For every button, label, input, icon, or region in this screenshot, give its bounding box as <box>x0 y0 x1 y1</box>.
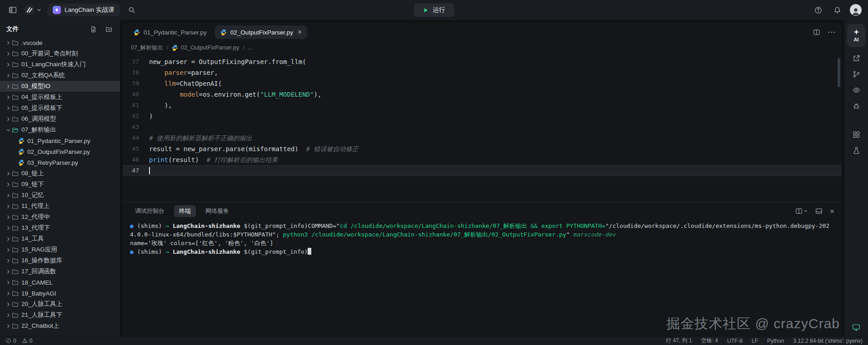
ai-assistant-button[interactable]: AI <box>847 24 865 47</box>
breadcrumb-item[interactable]: ... <box>248 44 253 51</box>
tree-folder-19_BabyAGI[interactable]: 19_BabyAGI <box>0 288 120 299</box>
avatar[interactable] <box>850 4 862 16</box>
panel-tab-调试控制台[interactable]: 调试控制台 <box>130 205 170 217</box>
code-line-42[interactable]: 42) <box>123 111 842 122</box>
tree-folder-21_人脉工具下[interactable]: 21_人脉工具下 <box>0 310 120 320</box>
tree-folder-04_提示模板上[interactable]: 04_提示模板上 <box>0 92 120 103</box>
tree-folder-06_调用模型[interactable]: 06_调用模型 <box>0 113 120 124</box>
code-line-39[interactable]: 39 llm=ChatOpenAI( <box>123 78 842 89</box>
tree-item-label: .vscode <box>21 39 43 46</box>
editor-tabs: 01_Pydantic_Parser.py02_OutputFixParser.… <box>128 25 307 39</box>
tree-folder-15_RAG应用[interactable]: 15_RAG应用 <box>0 244 120 255</box>
chevron-right-icon <box>5 94 12 100</box>
tree-folder-10_记忆[interactable]: 10_记忆 <box>0 190 120 201</box>
folder-icon <box>12 279 19 286</box>
tree-item-label: 20_人脉工具上 <box>21 300 62 308</box>
editor-tab-02_OutputFixParser.py[interactable]: 02_OutputFixParser.py× <box>215 25 307 39</box>
tree-folder-18_CAMEL[interactable]: 18_CAMEL <box>0 277 120 288</box>
git-branch-icon[interactable] <box>853 70 860 78</box>
search-icon[interactable] <box>125 4 138 16</box>
code-line-46[interactable]: 46print(result) # 打印解析后的输出结果 <box>123 154 842 165</box>
tree-item-label: 00_开篇词_奇点时刻 <box>21 49 78 58</box>
line-content: parser=parser, <box>149 67 842 78</box>
terminal-line: ● (shims) → LangChain-shizhanke $(git_pr… <box>130 247 834 256</box>
chevron-right-icon <box>5 62 12 68</box>
tree-folder-17_回调函数[interactable]: 17_回调函数 <box>0 266 120 277</box>
status-error-count[interactable]: 0 <box>5 338 16 344</box>
more-actions-icon[interactable]: ⋯ <box>828 28 836 36</box>
split-editor-icon[interactable] <box>813 29 820 36</box>
new-file-icon[interactable] <box>88 24 98 34</box>
bug-icon[interactable] <box>853 102 860 110</box>
tree-folder-03_模型IO[interactable]: 03_模型IO <box>0 81 120 92</box>
tree-folder-01_LangChain快速入门[interactable]: 01_LangChain快速入门 <box>0 59 120 70</box>
editor-tab-01_Pydantic_Parser.py[interactable]: 01_Pydantic_Parser.py <box>128 25 212 39</box>
code-line-47[interactable]: 47 <box>123 165 842 176</box>
tree-folder-20_人脉工具上[interactable]: 20_人脉工具上 <box>0 299 120 310</box>
code-line-44[interactable]: 44# 使用新的解析器解析不正确的输出 <box>123 133 842 143</box>
status-item[interactable]: LF <box>752 337 758 345</box>
run-button[interactable]: 运行 <box>414 3 454 17</box>
editor-scrollbar[interactable] <box>838 58 840 87</box>
status-item[interactable]: 空格: 4 <box>701 337 718 345</box>
close-tab-icon[interactable]: × <box>298 29 302 36</box>
collapse-folders-icon[interactable] <box>104 24 114 34</box>
tree-item-label: 01_LangChain快速入门 <box>21 60 86 69</box>
status-item[interactable]: 行 47, 列 1 <box>666 337 692 345</box>
code-line-37[interactable]: 37new_parser = OutputFixingParser.from_l… <box>123 56 842 67</box>
tree-folder-00_开篇词_奇点时刻[interactable]: 00_开篇词_奇点时刻 <box>0 48 120 59</box>
code-line-43[interactable]: 43 <box>123 122 842 133</box>
panel-layout-icon[interactable] <box>795 207 808 215</box>
app-logo[interactable] <box>25 5 42 15</box>
breadcrumb-separator: / <box>167 44 168 51</box>
code-line-40[interactable]: 40 model=os.environ.get("LLM_MODELEND"), <box>123 89 842 100</box>
status-item[interactable]: Python <box>767 337 784 345</box>
panel-tab-网络服务[interactable]: 网络服务 <box>200 205 234 217</box>
code-line-38[interactable]: 38 parser=parser, <box>123 67 842 78</box>
split-panel-icon[interactable] <box>815 207 823 215</box>
breadcrumb-item[interactable]: 02_OutputFixParser.py <box>172 44 239 51</box>
breadcrumb-item[interactable]: 07_解析输出 <box>131 44 163 52</box>
tree-file-02_OutputFixParser.py[interactable]: 02_OutputFixParser.py <box>0 146 120 157</box>
python-icon <box>18 138 25 144</box>
tree-folder-02_文档QA系统[interactable]: 02_文档QA系统 <box>0 70 120 81</box>
tree-folder-.vscode[interactable]: .vscode <box>0 37 120 48</box>
beaker-icon[interactable] <box>853 147 860 154</box>
tree-folder-08_链上[interactable]: 08_链上 <box>0 168 120 179</box>
code-line-41[interactable]: 41 ), <box>123 100 842 111</box>
code-line-45[interactable]: 45result = new_parser.parse(misformatted… <box>123 143 842 154</box>
folder-icon <box>12 290 19 297</box>
extensions-icon[interactable] <box>853 131 860 138</box>
tree-folder-09_链下[interactable]: 09_链下 <box>0 179 120 190</box>
code-editor[interactable]: 37new_parser = OutputFixingParser.from_l… <box>123 54 842 202</box>
project-badge[interactable]: LangChain 实战课 <box>47 4 120 16</box>
folder-icon <box>12 170 19 177</box>
project-badge-label: LangChain 实战课 <box>65 6 115 14</box>
tree-folder-12_代理中[interactable]: 12_代理中 <box>0 212 120 222</box>
sidebar-toggle-icon[interactable] <box>6 4 19 16</box>
status-item[interactable]: 3.12.2 64-bit ('shims': pyenv) <box>793 337 863 345</box>
folder-icon <box>12 192 19 199</box>
tree-folder-11_代理上[interactable]: 11_代理上 <box>0 201 120 212</box>
help-icon[interactable] <box>812 4 824 16</box>
export-icon[interactable] <box>853 54 860 62</box>
terminal[interactable]: ● (shims) → LangChain-shizhanke $(git_pr… <box>123 220 842 336</box>
eye-icon[interactable] <box>853 86 860 94</box>
panel-tab-终端[interactable]: 终端 <box>174 205 196 217</box>
tree-folder-22_Chatbot上[interactable]: 22_Chatbot上 <box>0 320 120 331</box>
tree-file-01_Pydantic_Parser.py[interactable]: 01_Pydantic_Parser.py <box>0 135 120 146</box>
monitor-icon[interactable] <box>852 323 860 331</box>
tree-folder-05_提示模板下[interactable]: 05_提示模板下 <box>0 103 120 113</box>
close-panel-icon[interactable]: × <box>830 207 834 215</box>
tree-folder-14_工具[interactable]: 14_工具 <box>0 233 120 244</box>
ai-label: AI <box>854 37 859 42</box>
status-item[interactable]: UTF-8 <box>727 337 743 345</box>
tree-folder-13_代理下[interactable]: 13_代理下 <box>0 222 120 233</box>
tree-file-03_RetryParser.py[interactable]: 03_RetryParser.py <box>0 157 120 168</box>
line-number: 43 <box>123 122 149 133</box>
status-warning-count[interactable]: 0 <box>22 338 33 344</box>
bell-icon[interactable] <box>831 4 843 16</box>
tree-folder-07_解析输出[interactable]: 07_解析输出 <box>0 124 120 135</box>
tree-folder-16_操作数据库[interactable]: 16_操作数据库 <box>0 255 120 266</box>
folder-icon <box>12 323 19 330</box>
